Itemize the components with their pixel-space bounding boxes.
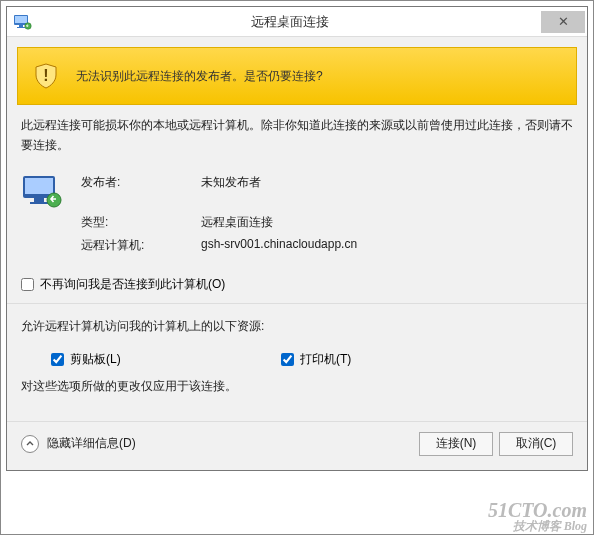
- type-label: 类型:: [81, 214, 201, 231]
- detail-row-publisher: 发布者: 未知发布者: [21, 174, 573, 208]
- warning-banner: ! 无法识别此远程连接的发布者。是否仍要连接?: [17, 47, 577, 105]
- window-title: 远程桌面连接: [39, 13, 541, 31]
- cancel-button[interactable]: 取消(C): [499, 432, 573, 456]
- rdp-icon: [11, 10, 35, 34]
- dont-ask-label[interactable]: 不再询问我是否连接到此计算机(O): [40, 276, 225, 293]
- clipboard-option[interactable]: 剪贴板(L): [51, 351, 281, 368]
- svg-rect-9: [30, 202, 48, 204]
- detail-row-remote: 远程计算机: gsh-srv001.chinacloudapp.cn: [21, 237, 573, 254]
- svg-rect-3: [17, 27, 25, 28]
- titlebar: 远程桌面连接 ✕: [7, 7, 587, 37]
- rdp-dialog: 远程桌面连接 ✕ ! 无法识别此远程连接的发布者。是否仍要连接? 此远程连接可能…: [6, 6, 588, 471]
- dialog-body: 此远程连接可能损坏你的本地或远程计算机。除非你知道此连接的来源或以前曾使用过此连…: [7, 115, 587, 421]
- clipboard-label: 剪贴板(L): [70, 351, 121, 368]
- svg-rect-2: [19, 25, 23, 27]
- svg-rect-7: [25, 178, 53, 194]
- watermark-main: 51CTO.com: [488, 499, 587, 521]
- publisher-value: 未知发布者: [201, 174, 261, 208]
- remote-label: 远程计算机:: [81, 237, 201, 254]
- clipboard-checkbox[interactable]: [51, 353, 64, 366]
- svg-text:!: !: [43, 67, 48, 84]
- printer-label: 打印机(T): [300, 351, 351, 368]
- type-value: 远程桌面连接: [201, 214, 273, 231]
- detail-row-type: 类型: 远程桌面连接: [21, 214, 573, 231]
- monitor-icon: [21, 174, 61, 208]
- svg-rect-8: [34, 198, 44, 202]
- watermark: 51CTO.com 技术博客 Blog: [488, 500, 587, 532]
- allow-resources-title: 允许远程计算机访问我的计算机上的以下资源:: [21, 318, 573, 335]
- close-icon: ✕: [558, 14, 569, 29]
- hide-details-label: 隐藏详细信息(D): [47, 435, 136, 452]
- shield-warning-icon: !: [32, 62, 60, 90]
- dont-ask-checkbox[interactable]: [21, 278, 34, 291]
- chevron-up-icon: [21, 435, 39, 453]
- resources-note: 对这些选项所做的更改仅应用于该连接。: [21, 378, 573, 395]
- warning-paragraph: 此远程连接可能损坏你的本地或远程计算机。除非你知道此连接的来源或以前曾使用过此连…: [21, 115, 573, 156]
- svg-point-10: [47, 193, 61, 207]
- publisher-label: 发布者:: [81, 174, 201, 208]
- connect-button[interactable]: 连接(N): [419, 432, 493, 456]
- separator: [7, 303, 587, 304]
- watermark-sub: 技术博客 Blog: [488, 520, 587, 532]
- svg-rect-1: [15, 16, 27, 23]
- dialog-footer: 隐藏详细信息(D) 连接(N) 取消(C): [7, 421, 587, 470]
- remote-value: gsh-srv001.chinacloudapp.cn: [201, 237, 357, 254]
- printer-option[interactable]: 打印机(T): [281, 351, 511, 368]
- printer-checkbox[interactable]: [281, 353, 294, 366]
- close-button[interactable]: ✕: [541, 11, 585, 33]
- hide-details-toggle[interactable]: 隐藏详细信息(D): [21, 435, 136, 453]
- warning-message: 无法识别此远程连接的发布者。是否仍要连接?: [76, 68, 323, 85]
